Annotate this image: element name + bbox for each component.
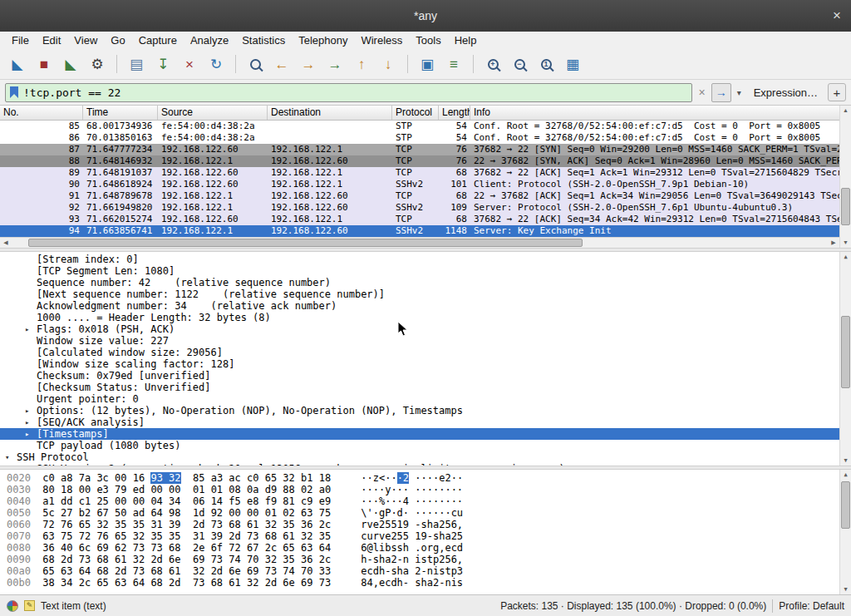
go-forward-icon[interactable]: → — [296, 52, 321, 76]
filter-apply-button[interactable]: → — [711, 83, 731, 102]
tree-item[interactable]: [Checksum Status: Unverified] — [0, 382, 839, 393]
vscroll-thumb[interactable] — [841, 188, 850, 224]
zoom-100-icon[interactable]: 1 — [534, 52, 558, 76]
capture-start-icon[interactable]: ◣ — [5, 52, 30, 76]
menu-capture[interactable]: Capture — [132, 33, 184, 47]
hex-selected-bytes[interactable]: 93 32 — [150, 472, 180, 484]
scroll-left-icon[interactable]: ◀ — [0, 239, 12, 246]
hex-row-0040[interactable]: 0040 a1 dd c1 25 00 00 04 34 06 14 f5 e8… — [7, 495, 839, 507]
filter-clear-icon[interactable]: × — [696, 86, 707, 99]
bytes-vscrollbar[interactable]: ▲ ▼ — [839, 470, 851, 594]
expression-button[interactable]: Expression… — [747, 86, 824, 99]
hex-row-0060[interactable]: 0060 72 76 65 32 35 35 31 39 2d 73 68 61… — [7, 519, 839, 530]
colorize-icon[interactable]: ≡ — [441, 52, 466, 76]
zoom-out-icon[interactable]: − — [507, 52, 532, 76]
menu-tools[interactable]: Tools — [409, 33, 447, 47]
hex-row-0080[interactable]: 0080 36 40 6c 69 62 73 73 68 2e 6f 72 67… — [7, 542, 839, 554]
window-close-button[interactable]: × — [833, 7, 841, 24]
scroll-down-icon[interactable]: ▼ — [840, 238, 851, 248]
capture-stop-icon[interactable]: ■ — [32, 52, 57, 76]
scroll-down-icon[interactable]: ▼ — [840, 456, 851, 466]
vscroll-thumb[interactable] — [841, 481, 850, 529]
column-header-length[interactable]: Length — [439, 106, 470, 120]
tree-item[interactable]: ▾SSH Protocol — [0, 451, 839, 463]
expand-icon[interactable]: ▸ — [25, 428, 29, 440]
packet-row-89[interactable]: 8971.648191037192.168.122.60192.168.122.… — [0, 167, 839, 179]
column-header-no[interactable]: No. — [0, 106, 83, 120]
tree-item[interactable]: [Stream index: 0] — [0, 254, 839, 265]
column-header-time[interactable]: Time — [83, 106, 158, 120]
filter-history-dropdown[interactable]: ▾ — [735, 88, 744, 97]
resize-columns-icon[interactable]: ▦ — [560, 52, 585, 76]
hex-row-0090[interactable]: 0090 68 2d 73 68 61 32 2d 6e 69 73 74 70… — [7, 554, 839, 565]
add-filter-button[interactable]: + — [828, 83, 846, 101]
ascii-selected-chars[interactable]: ·2 — [397, 472, 409, 484]
column-header-destination[interactable]: Destination — [268, 106, 392, 120]
hscroll-thumb[interactable] — [28, 239, 583, 247]
column-header-info[interactable]: Info — [470, 106, 839, 120]
tree-item[interactable]: SSH Version 2 (encryption:chacha20-poly1… — [0, 463, 839, 466]
display-filter-value[interactable]: !tcp.port == 22 — [23, 86, 687, 99]
packet-list-vscrollbar[interactable]: ▲ ▼ — [839, 106, 851, 248]
scroll-up-icon[interactable]: ▲ — [840, 106, 851, 116]
hex-row-00a0[interactable]: 00a0 65 63 64 68 2d 73 68 61 32 2d 6e 69… — [7, 565, 839, 577]
hex-row-00b0[interactable]: 00b0 38 34 2c 65 63 64 68 2d 73 68 61 32… — [7, 577, 839, 589]
menu-file[interactable]: File — [5, 33, 36, 47]
tree-item[interactable]: Sequence number: 42 (relative sequence n… — [0, 277, 839, 288]
hex-row-0030[interactable]: 0030 80 18 00 e3 79 ed 00 00 01 01 08 0a… — [7, 484, 839, 495]
zoom-in-icon[interactable]: + — [480, 52, 505, 76]
hex-row-0020[interactable]: 0020 c0 a8 7a 3c 00 16 93 32 85 a3 ac c0… — [7, 472, 839, 484]
packet-row-88[interactable]: 8871.648146932192.168.122.1192.168.122.6… — [0, 155, 839, 167]
tree-item[interactable]: ▸Options: (12 bytes), No-Operation (NOP)… — [0, 405, 839, 416]
file-close-icon[interactable]: × — [177, 52, 202, 76]
menu-telephony[interactable]: Telephony — [292, 33, 354, 47]
menu-go[interactable]: Go — [104, 33, 131, 47]
tree-item[interactable]: [Window size scaling factor: 128] — [0, 358, 839, 370]
column-header-source[interactable]: Source — [158, 106, 268, 120]
titlebar[interactable]: *any × — [0, 0, 851, 32]
packet-row-92[interactable]: 9271.661949820192.168.122.1192.168.122.6… — [0, 202, 839, 214]
menu-view[interactable]: View — [67, 33, 104, 47]
filter-bookmark-icon[interactable] — [10, 86, 18, 98]
packet-row-93[interactable]: 9371.662015274192.168.122.60192.168.122.… — [0, 214, 839, 225]
packet-list-hscrollbar[interactable]: ◀ ▶ — [0, 237, 839, 248]
column-header-protocol[interactable]: Protocol — [392, 106, 439, 120]
find-packet-icon[interactable] — [243, 52, 268, 76]
expand-icon[interactable]: ▸ — [25, 323, 29, 335]
hscroll-track[interactable] — [12, 238, 828, 248]
capture-comment-icon[interactable]: ✎ — [24, 600, 35, 611]
scroll-up-icon[interactable]: ▲ — [840, 252, 851, 262]
packet-row-90[interactable]: 9071.648618924192.168.122.60192.168.122.… — [0, 179, 839, 190]
file-open-icon[interactable]: ▤ — [124, 52, 149, 76]
tree-item[interactable]: Window size value: 227 — [0, 335, 839, 347]
menu-help[interactable]: Help — [448, 33, 484, 47]
packet-row-85[interactable]: 8568.001734936fe:54:00:d4:38:2aSTP54Conf… — [0, 121, 839, 132]
tree-item[interactable]: Acknowledgment number: 34 (relative ack … — [0, 300, 839, 312]
scroll-up-icon[interactable]: ▲ — [840, 470, 851, 480]
tree-item[interactable]: Urgent pointer: 0 — [0, 393, 839, 405]
file-save-icon[interactable]: ↧ — [150, 52, 175, 76]
vscroll-thumb[interactable] — [841, 316, 850, 388]
go-first-icon[interactable]: ↑ — [349, 52, 374, 76]
go-back-icon[interactable]: ← — [269, 52, 294, 76]
tree-item[interactable]: ▸[Timestamps] — [0, 428, 839, 440]
tree-item[interactable]: 1000 .... = Header Length: 32 bytes (8) — [0, 312, 839, 323]
tree-item[interactable]: ▸Flags: 0x018 (PSH, ACK) — [0, 323, 839, 335]
packet-row-86[interactable]: 8670.013850163fe:54:00:d4:38:2aSTP54Conf… — [0, 132, 839, 144]
packet-row-91[interactable]: 9171.648789678192.168.122.1192.168.122.6… — [0, 190, 839, 202]
scroll-right-icon[interactable]: ▶ — [828, 239, 839, 246]
collapse-icon[interactable]: ▾ — [5, 451, 9, 463]
tree-item[interactable]: TCP payload (1080 bytes) — [0, 440, 839, 451]
autoscroll-icon[interactable]: ▣ — [415, 52, 440, 76]
display-filter-input[interactable]: !tcp.port == 22 — [5, 83, 692, 102]
expand-icon[interactable]: ▸ — [25, 405, 29, 416]
hex-row-0070[interactable]: 0070 63 75 72 76 65 32 35 35 31 39 2d 73… — [7, 530, 839, 542]
hex-row-0050[interactable]: 0050 5c 27 b2 67 50 ad 64 98 1d 92 00 00… — [7, 507, 839, 519]
tree-item[interactable]: [Next sequence number: 1122 (relative se… — [0, 288, 839, 300]
expand-icon[interactable]: ▸ — [25, 416, 29, 428]
scroll-down-icon[interactable]: ▼ — [840, 584, 851, 594]
menu-wireless[interactable]: Wireless — [354, 33, 409, 47]
menu-statistics[interactable]: Statistics — [235, 33, 292, 47]
go-last-icon[interactable]: ↓ — [376, 52, 401, 76]
tree-item[interactable]: ▸[SEQ/ACK analysis] — [0, 416, 839, 428]
